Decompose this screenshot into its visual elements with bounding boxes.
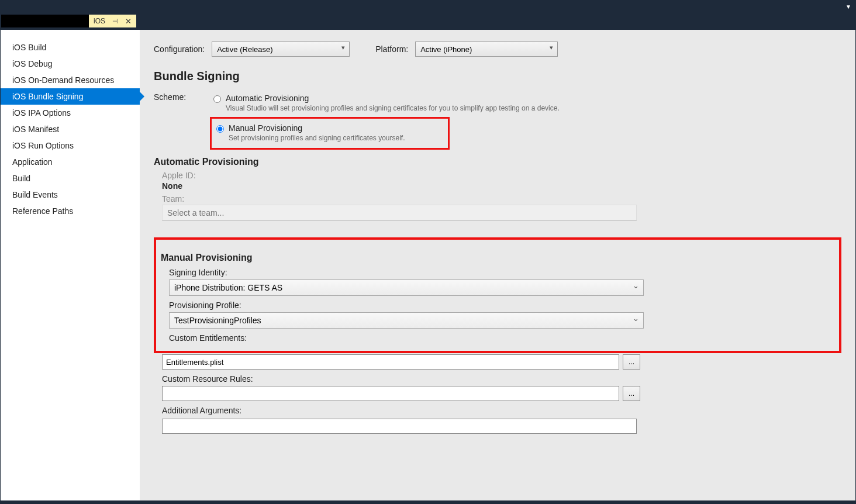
apple-id-label: Apple ID: — [162, 171, 841, 180]
sidebar-item-build-events[interactable]: Build Events — [1, 187, 140, 203]
sidebar-item-ios-ondemand[interactable]: iOS On-Demand Resources — [1, 72, 140, 88]
team-select[interactable] — [162, 205, 637, 221]
sidebar-item-ios-run[interactable]: iOS Run Options — [1, 137, 140, 154]
additional-arguments-label: Additional Arguments: — [162, 406, 841, 415]
custom-entitlements-input[interactable] — [162, 354, 619, 370]
scheme-row: Scheme: Automatic Provisioning Visual St… — [154, 91, 841, 150]
radio-manual-title: Manual Provisioning — [229, 123, 405, 133]
configuration-label: Configuration: — [154, 44, 205, 54]
radio-manual-input[interactable] — [216, 125, 224, 133]
sidebar-item-ios-build[interactable]: iOS Build — [1, 39, 140, 56]
tab-bar: iOS ⊣ ✕ — [0, 15, 856, 29]
main-area: iOS Build iOS Debug iOS On-Demand Resour… — [0, 29, 856, 503]
content-panel: Configuration: Platform: Bundle Signing … — [140, 30, 855, 500]
sidebar-item-build[interactable]: Build — [1, 170, 140, 187]
automatic-provisioning-section: Automatic Provisioning Apple ID: None Te… — [154, 157, 841, 221]
platform-select[interactable] — [415, 42, 558, 57]
radio-auto-desc: Visual Studio will set provisioning prof… — [226, 104, 560, 112]
provisioning-profile-label: Provisioning Profile: — [169, 301, 834, 310]
config-row: Configuration: Platform: — [154, 42, 841, 57]
custom-resource-rules-browse-button[interactable]: ... — [623, 386, 640, 401]
radio-manual-provisioning[interactable]: Manual Provisioning Set provisioning pro… — [212, 119, 448, 148]
custom-entitlements-browse-button[interactable]: ... — [623, 354, 640, 370]
custom-resource-rules-label: Custom Resource Rules: — [162, 374, 841, 384]
automatic-heading: Automatic Provisioning — [154, 157, 841, 167]
radio-automatic-provisioning[interactable]: Automatic Provisioning Visual Studio wil… — [210, 91, 841, 117]
provisioning-profile-select[interactable] — [169, 312, 644, 329]
signing-identity-label: Signing Identity: — [169, 268, 834, 277]
manual-heading: Manual Provisioning — [161, 253, 834, 263]
close-icon[interactable]: ✕ — [125, 17, 132, 26]
radio-manual-desc: Set provisioning profiles and signing ce… — [229, 134, 405, 142]
custom-resource-rules-input[interactable] — [162, 386, 619, 401]
sidebar-item-ios-manifest[interactable]: iOS Manifest — [1, 121, 140, 137]
sidebar-item-reference-paths[interactable]: Reference Paths — [1, 203, 140, 219]
page-heading: Bundle Signing — [154, 70, 841, 83]
team-label: Team: — [162, 194, 841, 203]
tab-blank — [1, 15, 89, 27]
scheme-label: Scheme: — [154, 91, 192, 102]
additional-arguments-input[interactable] — [162, 419, 637, 434]
tab-ios[interactable]: iOS ⊣ ✕ — [89, 15, 136, 27]
title-bar: ▼ — [0, 0, 856, 15]
custom-entitlements-label: Custom Entitlements: — [169, 333, 834, 343]
sidebar: iOS Build iOS Debug iOS On-Demand Resour… — [1, 30, 140, 500]
manual-provisioning-section: Manual Provisioning Signing Identity: Pr… — [154, 237, 841, 434]
pin-icon[interactable]: ⊣ — [112, 18, 118, 25]
radio-auto-title: Automatic Provisioning — [226, 94, 560, 103]
sidebar-item-ios-debug[interactable]: iOS Debug — [1, 56, 140, 72]
tab-label: iOS — [94, 17, 105, 25]
signing-identity-select[interactable] — [169, 279, 644, 296]
sidebar-item-ios-bundle-signing[interactable]: iOS Bundle Signing — [1, 88, 140, 105]
sidebar-item-ios-ipa[interactable]: iOS IPA Options — [1, 105, 140, 121]
radio-auto-input[interactable] — [213, 95, 221, 103]
configuration-select[interactable] — [212, 42, 350, 57]
platform-label: Platform: — [375, 44, 408, 54]
dropdown-arrow-icon[interactable]: ▼ — [845, 4, 851, 10]
apple-id-value: None — [162, 181, 841, 191]
sidebar-item-application[interactable]: Application — [1, 154, 140, 170]
